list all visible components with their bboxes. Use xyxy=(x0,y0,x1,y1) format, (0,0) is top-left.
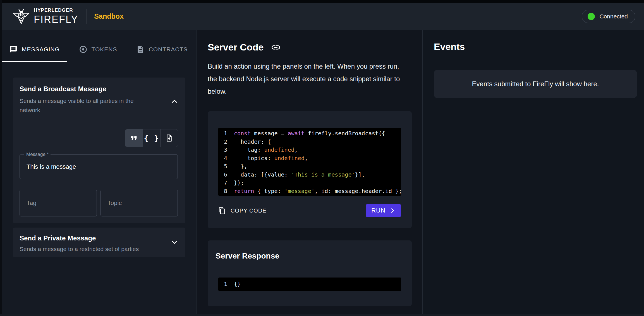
topic-field-placeholder: Topic xyxy=(101,199,122,207)
private-card-description: Sends a message to a restricted set of p… xyxy=(20,244,178,254)
app-header: HYPERLEDGER FIREFLY Sandbox Connected xyxy=(0,3,644,30)
tab-tokens-label: TOKENS xyxy=(92,46,117,53)
braces-icon: { } xyxy=(144,134,159,143)
tab-contracts[interactable]: CONTRACTS xyxy=(129,37,195,62)
server-code-panel: Server Code Build an action using the pa… xyxy=(197,30,423,316)
run-button-label: RUN xyxy=(371,207,386,214)
private-card-title: Send a Private Message xyxy=(20,234,178,242)
topic-field[interactable]: Topic xyxy=(100,190,178,216)
server-code-description: Build an action using the panels on the … xyxy=(208,60,406,98)
chevron-right-icon xyxy=(389,208,396,214)
connected-label: Connected xyxy=(599,13,628,20)
chat-icon xyxy=(9,45,18,54)
json-mode-button[interactable]: { } xyxy=(143,129,160,147)
events-empty-text: Events submitted to FireFly will show he… xyxy=(472,80,599,88)
header-divider xyxy=(87,9,87,24)
app-name: Sandbox xyxy=(94,12,124,20)
link-icon[interactable] xyxy=(271,42,281,52)
active-tab-indicator xyxy=(2,61,67,62)
string-mode-button[interactable] xyxy=(125,129,143,147)
tab-messaging[interactable]: MESSAGING xyxy=(2,37,67,62)
message-field-label: Message * xyxy=(24,152,51,157)
tab-tokens[interactable]: TOKENS xyxy=(67,37,129,62)
tab-messaging-label: MESSAGING xyxy=(22,46,60,53)
window-bottom-edge xyxy=(0,314,644,316)
upload-file-mode-button[interactable] xyxy=(160,129,178,147)
server-code-title: Server Code xyxy=(208,42,264,53)
tab-contracts-label: CONTRACTS xyxy=(149,46,188,53)
token-icon xyxy=(79,45,87,54)
firefly-logo-icon xyxy=(13,8,30,25)
tag-field[interactable]: Tag xyxy=(20,190,97,216)
copy-code-button[interactable]: COPY CODE xyxy=(218,207,267,214)
chevron-up-icon xyxy=(171,97,178,105)
brand-bottom-text: FIREFLY xyxy=(34,14,78,25)
run-button[interactable]: RUN xyxy=(366,204,401,217)
brand-top-text: HYPERLEDGER xyxy=(34,8,78,13)
broadcast-message-card: Send a Broadcast Message Sends a message… xyxy=(13,78,185,223)
broadcast-card-title: Send a Broadcast Message xyxy=(20,85,178,93)
tag-field-placeholder: Tag xyxy=(20,199,36,207)
code-snippet: 1const message = await firefly.sendBroad… xyxy=(218,128,401,196)
window-left-edge xyxy=(0,0,2,316)
private-message-card: Send a Private Message Sends a message t… xyxy=(13,228,185,257)
code-card: 1const message = await firefly.sendBroad… xyxy=(208,111,412,228)
events-title: Events xyxy=(434,41,465,52)
broadcast-card-description: Sends a message visible to all parties i… xyxy=(20,96,151,115)
tab-bar: MESSAGING TOKENS CONTRACTS xyxy=(2,37,195,62)
brand-logo: HYPERLEDGER FIREFLY xyxy=(13,8,78,25)
collapse-broadcast-button[interactable] xyxy=(170,97,179,106)
events-empty-box: Events submitted to FireFly will show he… xyxy=(434,70,637,98)
server-response-output: 1{} xyxy=(218,278,401,291)
message-field[interactable]: Message * This is a message xyxy=(20,154,178,179)
message-field-value: This is a message xyxy=(20,163,76,170)
chevron-down-icon xyxy=(171,238,178,246)
copy-icon xyxy=(218,207,226,214)
events-panel: Events Events submitted to FireFly will … xyxy=(423,30,644,316)
quote-icon xyxy=(130,134,138,142)
connected-dot-icon xyxy=(588,13,595,20)
server-response-card: Server Response 1{} xyxy=(208,240,412,306)
copy-code-label: COPY CODE xyxy=(231,208,267,214)
connection-status-chip: Connected xyxy=(582,10,635,23)
action-panel: MESSAGING TOKENS CONTRACTS xyxy=(0,30,197,316)
document-icon xyxy=(136,45,145,54)
message-input-mode-group: { } xyxy=(125,129,178,147)
upload-file-icon xyxy=(165,134,173,142)
brand-wordmark: HYPERLEDGER FIREFLY xyxy=(34,8,78,25)
expand-private-button[interactable] xyxy=(170,238,179,247)
server-response-title: Server Response xyxy=(216,252,279,260)
app-window: HYPERLEDGER FIREFLY Sandbox Connected ME… xyxy=(0,0,644,316)
